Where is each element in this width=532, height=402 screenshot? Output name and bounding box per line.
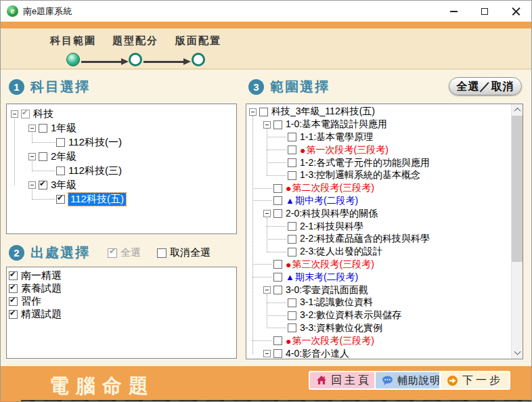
- expand-toggle-icon[interactable]: [249, 108, 257, 116]
- expand-toggle-icon[interactable]: [28, 125, 36, 132]
- deselect-all-checkbox[interactable]: 取消全選: [157, 246, 210, 259]
- tree-row[interactable]: ●第一次段考(三段考): [246, 143, 523, 156]
- checkbox-icon[interactable]: [288, 235, 296, 244]
- tree-row[interactable]: 2-0:科技與科學的關係: [246, 207, 523, 220]
- tree-node-label[interactable]: 3-0:零壹資訊面面觀: [286, 284, 368, 296]
- tree-node-label[interactable]: 3-1:認識數位資料: [300, 296, 373, 309]
- checkbox-icon[interactable]: [288, 311, 296, 320]
- tree-row[interactable]: 4-0:影音小達人: [246, 347, 523, 359]
- checkbox-icon[interactable]: [273, 120, 282, 129]
- tree-row[interactable]: ▲期中考(二段考): [246, 195, 523, 208]
- tree-node-label[interactable]: 3-2:數位資料表示與儲存: [300, 309, 401, 321]
- tree-row[interactable]: ✔3年級: [7, 178, 236, 192]
- step-circle-icon[interactable]: [192, 53, 205, 66]
- checkbox-icon[interactable]: [56, 166, 65, 175]
- home-button[interactable]: 回主頁: [309, 371, 379, 390]
- tree-row[interactable]: 1-3:控制邏輯系統的基本概念: [246, 169, 523, 182]
- tree-node-label[interactable]: 第二次段考(三段考): [292, 182, 374, 194]
- checkbox-icon[interactable]: [273, 349, 282, 358]
- tree-node-label[interactable]: 3-3:資料數位化實例: [300, 322, 382, 334]
- checkbox-icon[interactable]: [273, 184, 282, 193]
- tree-node-label[interactable]: 3年級: [51, 179, 76, 192]
- tree-node-label[interactable]: 4-0:影音小達人: [286, 348, 349, 359]
- maximize-button[interactable]: [469, 1, 500, 22]
- checkbox-icon[interactable]: [288, 298, 296, 307]
- scrollbar-thumb[interactable]: [512, 116, 523, 262]
- tree-node-label[interactable]: 第一次段考(三段考): [292, 335, 374, 347]
- checkbox-icon[interactable]: [39, 152, 47, 161]
- tree-node-label[interactable]: 第一次段考(三段考): [306, 144, 388, 156]
- checkbox-icon[interactable]: ✔: [9, 310, 18, 319]
- checkbox-icon[interactable]: [273, 286, 282, 294]
- scrollbar-down-icon[interactable]: [512, 348, 523, 359]
- tree-row[interactable]: ●第二次段考(三段考): [246, 182, 523, 195]
- tree-row[interactable]: 3-1:認識數位資料: [246, 296, 523, 309]
- tree-node-label[interactable]: 科技_3年級_112科技(五): [271, 106, 375, 118]
- checkbox-icon[interactable]: [288, 133, 296, 141]
- tree-row[interactable]: ●第三次段考(三段考): [246, 259, 523, 271]
- checkbox-icon[interactable]: [273, 336, 282, 345]
- step-circle-active-icon[interactable]: [66, 53, 80, 66]
- tree-node-label[interactable]: 1年級: [51, 122, 76, 135]
- tree-row[interactable]: 3-2:數位資料表示與儲存: [246, 309, 523, 322]
- checkbox-icon[interactable]: [288, 146, 296, 154]
- expand-toggle-icon[interactable]: [263, 121, 271, 129]
- tree-node-label[interactable]: 112科技(三): [68, 164, 122, 177]
- checkbox-icon[interactable]: [273, 209, 282, 218]
- checkbox-icon[interactable]: ✔: [9, 271, 18, 280]
- checkbox-icon[interactable]: [259, 108, 268, 116]
- tree-node-label[interactable]: 1-3:控制邏輯系統的基本概念: [300, 169, 420, 181]
- tree-row[interactable]: ✔112科技(五): [7, 192, 236, 206]
- tree-row[interactable]: ▲期末考(二段考): [246, 271, 523, 284]
- expand-toggle-icon[interactable]: [28, 153, 36, 160]
- tree-node-label[interactable]: 2-0:科技與科學的關係: [286, 208, 378, 220]
- checkbox-icon[interactable]: [273, 260, 282, 269]
- expand-toggle-icon[interactable]: [11, 110, 18, 118]
- step-circle-icon[interactable]: [129, 53, 142, 66]
- checkbox-icon[interactable]: ✔: [56, 195, 65, 204]
- tree-row[interactable]: 2年級: [7, 150, 236, 164]
- list-item[interactable]: ✔南一精選: [9, 269, 236, 282]
- list-item[interactable]: ✔精選試題: [9, 308, 236, 321]
- checkbox-icon[interactable]: ✔: [39, 181, 47, 189]
- checkbox-icon[interactable]: [288, 171, 296, 180]
- tree-node-label[interactable]: 期中考(二段考): [295, 195, 358, 207]
- scrollbar[interactable]: [511, 104, 523, 359]
- help-button[interactable]: 輔助說明: [374, 371, 448, 390]
- tree-node-label[interactable]: 2-3:從人出發的設計: [300, 246, 382, 258]
- tree-node-label[interactable]: 科技: [33, 108, 53, 120]
- checkbox-icon[interactable]: [288, 222, 296, 231]
- list-item[interactable]: ✔素養試題: [9, 282, 236, 295]
- tree-row[interactable]: 2-3:從人出發的設計: [246, 246, 523, 259]
- checkbox-icon[interactable]: [288, 158, 296, 167]
- next-step-button[interactable]: 下一步: [439, 371, 510, 390]
- select-all-checkbox[interactable]: ✔ 全選: [108, 246, 141, 259]
- select-toggle-all-button[interactable]: 全選／取消: [449, 77, 522, 95]
- expand-toggle-icon[interactable]: [263, 350, 271, 357]
- tree-row[interactable]: 1-2:各式電子元件的功能與應用: [246, 156, 523, 169]
- checkbox-icon[interactable]: [273, 273, 282, 282]
- checkbox-icon[interactable]: [288, 323, 296, 332]
- expand-toggle-icon[interactable]: [263, 286, 271, 294]
- tree-row[interactable]: 2-2:科技產品蘊含的科技與科學: [246, 233, 523, 246]
- tree-node-label[interactable]: 期末考(二段考): [295, 271, 358, 284]
- tree-node-label[interactable]: 2-2:科技產品蘊含的科技與科學: [300, 233, 430, 245]
- tree-row[interactable]: ✔科技: [7, 107, 236, 121]
- checkbox-icon[interactable]: ✔: [9, 284, 18, 293]
- checkbox-icon[interactable]: [288, 248, 296, 256]
- tree-row[interactable]: 112科技(三): [7, 164, 236, 178]
- tree-row[interactable]: 3-0:零壹資訊面面觀: [246, 284, 523, 296]
- checkbox-icon[interactable]: ✔: [9, 297, 18, 306]
- expand-toggle-icon[interactable]: [263, 210, 271, 217]
- tree-row[interactable]: 2-1:科技與科學: [246, 220, 523, 233]
- close-button[interactable]: [500, 1, 531, 22]
- tree-row[interactable]: 科技_3年級_112科技(五): [246, 106, 523, 118]
- tree-node-label[interactable]: 112科技(五): [68, 193, 126, 206]
- tree-row[interactable]: 1年級: [7, 121, 236, 135]
- scrollbar-up-icon[interactable]: [512, 104, 523, 115]
- tree-node-label[interactable]: 112科技(一): [68, 136, 122, 149]
- checkbox-icon[interactable]: [39, 124, 47, 133]
- tree-node-label[interactable]: 1-2:各式電子元件的功能與應用: [300, 157, 430, 169]
- minimize-button[interactable]: [438, 1, 469, 22]
- tree-row[interactable]: 3-3:資料數位化實例: [246, 322, 523, 335]
